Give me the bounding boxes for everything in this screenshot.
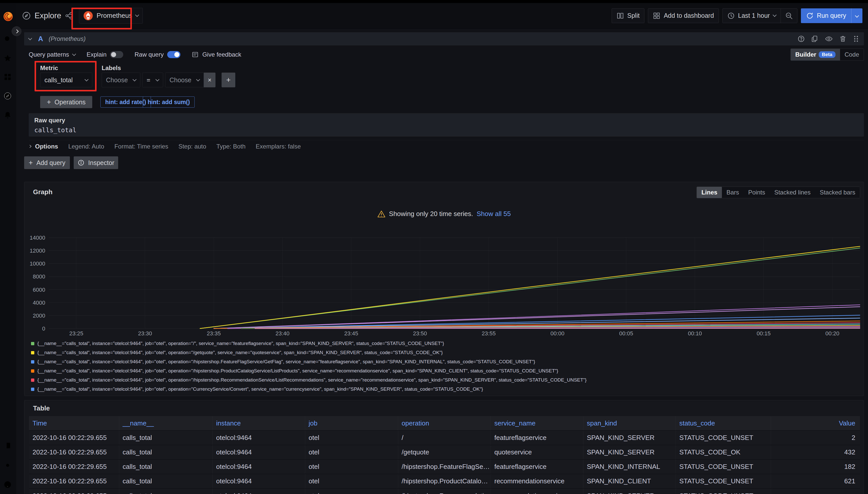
column-header-status-code[interactable]: status_code [676, 416, 771, 431]
code-tab[interactable]: Code [840, 49, 864, 60]
table-row[interactable]: 2022-10-16 00:22:29.655calls_totalotelco… [29, 459, 860, 474]
tab-points[interactable]: Points [743, 187, 770, 198]
plus-icon: + [29, 159, 33, 167]
builder-label: Builder [795, 51, 816, 58]
series-limit-warning: Showing only 20 time series. Show all 55 [24, 210, 864, 218]
tab-stacked-bars[interactable]: Stacked bars [815, 187, 860, 198]
operations-label: Operations [55, 98, 86, 106]
graph-style-tabs: Lines Bars Points Stacked lines Stacked … [697, 187, 860, 198]
run-query-label: Run query [817, 12, 846, 19]
column-header-operation[interactable]: operation [398, 416, 491, 431]
drag-handle-icon[interactable] [853, 35, 860, 43]
split-icon [616, 12, 624, 20]
datasource-picker[interactable]: Prometheus [79, 8, 143, 24]
legend-item[interactable]: {__name__="calls_total", instance="otelc… [31, 357, 858, 366]
options-step: Step: auto [178, 143, 206, 150]
legend-swatch [31, 369, 34, 373]
alerting-bell-icon[interactable] [3, 111, 12, 119]
tab-stacked-lines[interactable]: Stacked lines [770, 187, 815, 198]
explain-toggle[interactable] [110, 51, 123, 58]
options-expander[interactable]: Options [29, 143, 58, 150]
help-icon[interactable] [3, 480, 12, 489]
svg-text:4000: 4000 [33, 300, 45, 306]
column-header-time[interactable]: Time [29, 416, 119, 431]
share-icon[interactable] [65, 12, 73, 20]
svg-text:10000: 10000 [30, 261, 45, 267]
chevron-down-icon [85, 77, 89, 81]
search-icon[interactable] [3, 35, 12, 43]
legend-item[interactable]: {__name__="calls_total", instance="otelc… [31, 376, 858, 385]
collapse-query-icon[interactable] [28, 36, 32, 40]
help-circle-icon[interactable] [797, 35, 805, 43]
column-header-instance[interactable]: instance [213, 416, 305, 431]
run-query-dropdown[interactable] [851, 12, 863, 19]
grafana-explore-app: Explore Prometheus Split Add to dashboar… [0, 0, 868, 494]
add-label-button[interactable]: + [221, 73, 235, 87]
legend-item[interactable]: {__name__="calls_total", instance="otelc… [31, 348, 858, 357]
top-navigation-bar: Explore Prometheus Split Add to dashboar… [16, 3, 868, 28]
cell-span-kind: SPAN_KIND_SERVER [583, 489, 676, 494]
dashboards-icon[interactable] [3, 73, 12, 81]
add-query-button[interactable]: + Add query [24, 156, 70, 169]
give-feedback-label: Give feedback [202, 51, 241, 58]
column-header-name[interactable]: __name__ [119, 416, 213, 431]
copy-icon[interactable] [811, 35, 819, 43]
metric-select[interactable]: calls_total [40, 73, 92, 87]
sign-in-icon[interactable] [3, 441, 12, 450]
column-header-job[interactable]: job [305, 416, 398, 431]
label-operator-select[interactable]: = [142, 73, 163, 87]
cell-value: 432 [771, 445, 860, 459]
time-range-picker[interactable]: Last 1 hour [723, 12, 781, 20]
query-patterns-dropdown[interactable]: Query patterns [29, 51, 75, 58]
eye-icon[interactable] [825, 35, 833, 43]
grafana-logo[interactable] [3, 11, 13, 22]
table-row[interactable]: 2022-10-16 00:22:29.655calls_totalotelco… [29, 474, 860, 489]
query-row-header[interactable]: A (Prometheus) [24, 32, 864, 45]
table-row[interactable]: 2022-10-16 00:22:29.655calls_totalotelco… [29, 489, 860, 494]
settings-gear-icon[interactable] [3, 461, 12, 470]
cell-status-code: STATUS_CODE_UNSET [676, 474, 771, 489]
tab-lines[interactable]: Lines [697, 187, 722, 198]
graph-panel-title: Graph [33, 188, 53, 196]
hint-add-sum-button[interactable]: hint: add sum() [143, 96, 195, 108]
tab-bars[interactable]: Bars [722, 187, 743, 198]
add-query-label: Add query [36, 159, 65, 167]
builder-tab[interactable]: Builder Beta [791, 49, 840, 60]
column-header-service-name[interactable]: service_name [491, 416, 583, 431]
raw-query-label: Raw query [34, 117, 858, 124]
zoom-out-button[interactable] [781, 12, 797, 20]
cell-span-kind: SPAN_KIND_CLIENT [583, 474, 676, 489]
legend-item[interactable]: {__name__="calls_total", instance="otelc… [31, 366, 858, 376]
label-key-select[interactable]: Choose [102, 73, 140, 87]
remove-label-button[interactable]: × [204, 73, 216, 87]
warning-triangle-icon [377, 210, 385, 218]
cell-name: calls_total [119, 474, 213, 489]
run-query-button[interactable]: Run query [801, 8, 863, 23]
explore-compass-icon[interactable] [3, 92, 12, 100]
legend-item[interactable]: {__name__="calls_total", instance="otelc… [31, 339, 858, 348]
add-to-dashboard-label: Add to dashboard [664, 12, 714, 19]
split-button[interactable]: Split [612, 8, 645, 23]
table-row[interactable]: 2022-10-16 00:22:29.655calls_totalotelco… [29, 445, 860, 459]
cell-operation: / [398, 431, 491, 445]
cell-service-name: featureflagservice [491, 459, 583, 474]
raw-query-toggle[interactable] [167, 51, 180, 58]
trash-icon[interactable] [839, 35, 847, 43]
legend-item[interactable]: {__name__="calls_total", instance="otelc… [31, 385, 858, 394]
chevron-down-icon [773, 13, 777, 17]
options-type: Type: Both [217, 143, 246, 150]
inspector-button[interactable]: Inspector [74, 156, 118, 169]
show-all-series-link[interactable]: Show all 55 [477, 210, 511, 218]
add-to-dashboard-button[interactable]: Add to dashboard [648, 8, 719, 23]
operations-button[interactable]: + Operations [40, 96, 92, 108]
time-series-chart[interactable]: 23:2523:3023:3523:4023:4523:5023:5500:00… [26, 232, 863, 339]
svg-text:2000: 2000 [33, 312, 45, 319]
column-header-value[interactable]: Value [771, 416, 860, 431]
label-value-select[interactable]: Choose [165, 73, 204, 87]
column-header-span-kind[interactable]: span_kind [583, 416, 676, 431]
sidebar-expand-button[interactable] [12, 26, 21, 36]
starred-icon[interactable] [3, 54, 12, 62]
give-feedback-button[interactable]: Give feedback [192, 51, 241, 58]
table-row[interactable]: 2022-10-16 00:22:29.655calls_totalotelco… [29, 431, 860, 445]
legend-label: {__name__="calls_total", instance="otelc… [37, 359, 535, 364]
